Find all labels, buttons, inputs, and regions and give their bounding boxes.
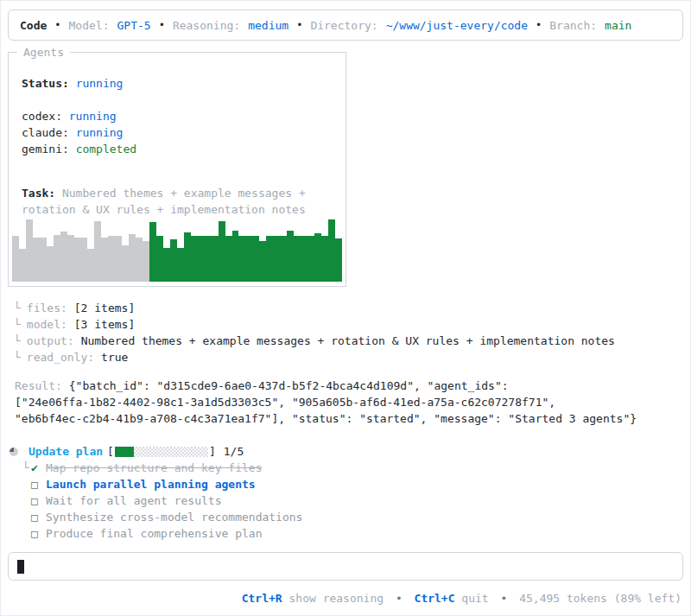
activity-bar xyxy=(33,238,40,282)
result-json-line2: ["24e06ffa-1b82-4402-98c1-3a1d5d3303c5",… xyxy=(15,394,676,410)
activity-bar xyxy=(307,236,314,282)
activity-bar xyxy=(54,235,60,282)
activity-bar xyxy=(335,238,342,282)
agents-status-row: Status: running xyxy=(9,75,346,92)
agent-row: claude: running xyxy=(9,124,346,141)
activity-bar xyxy=(266,236,273,282)
plan-item: □Wait for all agent results xyxy=(22,492,690,509)
arg-key: files: xyxy=(27,302,67,314)
activity-bar xyxy=(26,219,33,282)
activity-bar xyxy=(101,238,108,282)
model-value: GPT-5 xyxy=(117,17,151,34)
text-cursor xyxy=(17,560,24,574)
branch-label: Branch: xyxy=(549,17,597,34)
plan-header: Update plan [ ] 1/5 xyxy=(8,443,690,460)
status-label: Status: xyxy=(22,77,69,90)
plan-item: □Produce final comprehensive plan xyxy=(22,525,690,542)
progress-bar xyxy=(115,447,208,457)
composer-input[interactable] xyxy=(8,552,683,581)
bullet-separator: • xyxy=(501,592,508,605)
progress-close-bracket: ] xyxy=(209,443,216,460)
checkbox-icon: □ xyxy=(31,492,41,509)
shortcut-ctrl-r: Ctrl+R xyxy=(242,592,282,605)
branch-value: main xyxy=(605,17,631,34)
activity-bar xyxy=(252,236,259,282)
tree-branch-glyph: └ xyxy=(14,302,21,314)
agent-row: gemini: completed xyxy=(9,141,346,157)
activity-bar xyxy=(94,221,101,282)
tree-branch-glyph: └ xyxy=(14,318,21,331)
arg-value: true xyxy=(101,351,128,364)
plan-item-label: Synthesize cross-model recommendations xyxy=(46,509,302,525)
arg-value: [2 items] xyxy=(74,302,135,314)
agent-name: gemini: xyxy=(22,143,76,156)
agent-state: running xyxy=(69,110,117,123)
plan-item: □Launch parallel planning agents xyxy=(22,476,690,492)
activity-bar xyxy=(163,248,170,282)
shortcut-ctrl-c-label: quit xyxy=(461,592,488,605)
agent-row: codex: running xyxy=(9,108,346,124)
activity-bar xyxy=(74,238,81,282)
plan-item-label: Produce final comprehensive plan xyxy=(46,525,262,542)
tokens-left: 45,495 tokens (89% left) xyxy=(519,592,681,605)
activity-bar xyxy=(81,238,88,282)
agent-name: claude: xyxy=(22,126,76,139)
plan-items: └✔Map repo structure and key files□Launc… xyxy=(22,460,690,542)
agent-name: codex: xyxy=(22,110,69,123)
activity-bar xyxy=(184,232,191,282)
result-json-line3: "eb6bf4ec-c2b4-41b9-a708-c4c3a71ea1f7"],… xyxy=(15,410,676,427)
progress-count: 1/5 xyxy=(224,443,244,460)
result-json-line1: {"batch_id": "d315cde9-6ae0-437d-b5f2-4b… xyxy=(69,379,509,392)
status-value: running xyxy=(76,77,124,90)
arg-key: output: xyxy=(27,334,74,347)
arg-key: model: xyxy=(27,318,67,331)
activity-bar xyxy=(129,234,136,282)
agent-state: running xyxy=(76,126,124,139)
reasoning-label: Reasoning: xyxy=(173,17,240,34)
activity-bar xyxy=(287,231,294,282)
activity-bar xyxy=(108,236,115,282)
shortcut-ctrl-c: Ctrl+C xyxy=(415,592,455,605)
activity-bar xyxy=(19,249,26,282)
activity-bar xyxy=(205,236,212,282)
activity-bar xyxy=(60,232,67,282)
plan-item-label: Map repo structure and key files xyxy=(46,460,262,476)
checkbox-icon: □ xyxy=(31,476,41,492)
task-label: Task: xyxy=(22,187,55,200)
checkbox-icon: □ xyxy=(31,509,41,525)
activity-bar xyxy=(314,233,321,282)
activity-bar xyxy=(219,221,225,282)
arg-row: └files:[2 items] xyxy=(14,300,690,316)
activity-bar xyxy=(294,236,301,282)
activity-bar xyxy=(149,222,156,282)
bullet-separator: • xyxy=(536,17,542,34)
tree-branch-glyph: └ xyxy=(22,460,31,476)
activity-bar xyxy=(191,236,198,282)
activity-bar xyxy=(198,236,205,282)
task-text: Numbered themes + example messages + rot… xyxy=(22,187,306,216)
bullet-separator: • xyxy=(54,17,60,34)
activity-bar xyxy=(156,236,163,282)
bullet-separator: • xyxy=(159,17,165,34)
result-label: Result: xyxy=(15,379,62,392)
footer-hints: Ctrl+R show reasoning • Ctrl+C quit • 45… xyxy=(10,590,681,606)
activity-bar xyxy=(67,235,74,282)
activity-chart xyxy=(12,219,342,282)
bullet-separator: • xyxy=(396,592,403,605)
arg-row: └read_only:true xyxy=(14,349,690,365)
tree-branch-glyph: └ xyxy=(14,334,21,347)
plan-item-label: Wait for all agent results xyxy=(46,492,222,509)
activity-bar xyxy=(321,236,328,282)
bullet-separator: • xyxy=(296,17,302,34)
progress-remainder xyxy=(134,447,208,457)
app-name: Code xyxy=(20,17,47,34)
arg-key: read_only: xyxy=(27,351,94,364)
plan-title: Update plan xyxy=(29,443,103,460)
activity-bar xyxy=(328,219,335,282)
directory-value: ~/www/just-every/code xyxy=(386,17,528,34)
plan-item: └✔Map repo structure and key files xyxy=(22,460,690,476)
agents-panel-title: Agents xyxy=(17,44,70,60)
activity-bar xyxy=(115,236,122,282)
plan-item: □Synthesize cross-model recommendations xyxy=(22,509,690,525)
result-line: Result:{"batch_id": "d315cde9-6ae0-437d-… xyxy=(15,378,676,394)
